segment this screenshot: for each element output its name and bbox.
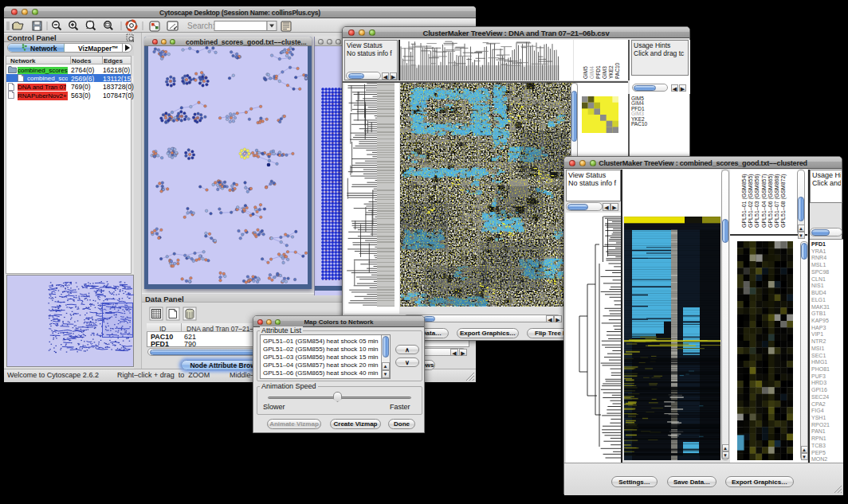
svg-text:Search:: Search: <box>187 21 214 30</box>
